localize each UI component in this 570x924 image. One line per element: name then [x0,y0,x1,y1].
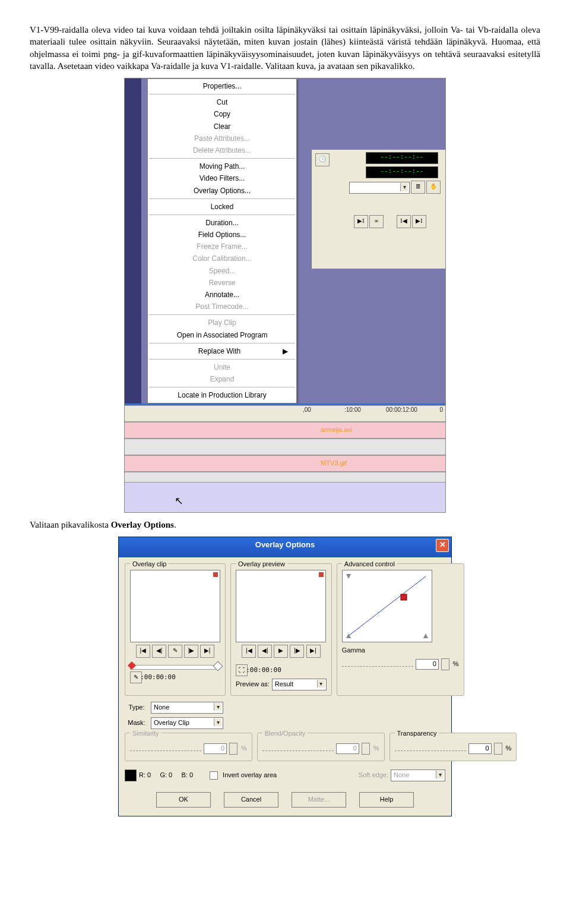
preview-as-label: Preview as: [236,680,270,689]
group-overlay-preview: Overlay preview |◀ ◀| ▶ |▶ ▶| 00:00:00:0… [230,563,332,696]
expand-preview-icon[interactable]: ⛶ [236,664,248,676]
ffwd-icon[interactable]: ▶| [200,645,214,658]
menu-reverse: Reverse [148,277,296,289]
overlay-options-dialog: Overlay Options ✕ Overlay clip |◀ ◀| ✎ |… [118,537,452,816]
overlay-preview-box [236,570,326,642]
dialog-title: Overlay Options [255,540,315,549]
overlay-clip-preview [130,570,220,642]
soft-edge-label: Soft edge: [359,771,388,780]
clock-icon: 🕓 [315,153,330,166]
preview-dropdown[interactable] [349,182,410,194]
percent-icon: % [453,660,459,668]
eyedropper-icon[interactable]: ✎ [168,645,182,658]
group-blend: Blend/Opacity 0 % [257,733,385,761]
transparency-slider[interactable] [395,746,466,751]
play-icon[interactable]: ▶I [354,215,368,228]
hand-icon[interactable]: ✋ [426,181,441,194]
paragraph-2: Valitaan pikavalikosta Overlay Options. [30,519,540,531]
screenshot-context-menu: Properties... Cut Copy Clear Paste Attri… [124,78,446,513]
rgb-readout: R: 0 G: 0 B: 0 [139,771,193,780]
rewind-icon[interactable]: |◀ [136,645,150,658]
loop-icon[interactable]: ∞ [369,215,384,228]
monitor-controls: 🕓 --:--:--:-- --:--:--:-- ≣ ✋ ▶I ∞ I◀ ▶I [311,150,445,269]
prev-fwd-icon[interactable]: |▶ [290,645,304,658]
similarity-spin [229,743,238,755]
prev-play-icon[interactable]: ▶ [274,645,288,658]
menu-freeze-frame: Freeze Frame... [148,241,296,253]
group-title-advanced: Advanced control [342,560,397,569]
menu-copy[interactable]: Copy [148,108,296,120]
type-label: Type: [125,703,148,712]
menu-cut[interactable]: Cut [148,96,296,108]
menu-annotate[interactable]: Annotate... [148,289,296,301]
advanced-curve-canvas[interactable] [342,570,432,642]
cancel-button[interactable]: Cancel [224,792,278,808]
timecode-readout-1: --:--:--:-- [366,152,438,164]
dialog-titlebar: Overlay Options ✕ [119,537,451,557]
track-v1[interactable]: MTV3.gif [125,455,445,472]
color-swatch[interactable] [125,770,137,781]
menu-replace-with[interactable]: Replace With▶ [148,345,296,357]
menu-speed: Speed... [148,265,296,277]
invert-label: Invert overlay area [223,771,277,780]
blend-slider [262,746,334,751]
gamma-value[interactable]: 0 [416,659,439,670]
submenu-arrow-icon: ▶ [283,346,288,356]
group-title-transparency: Transparency [395,729,439,738]
mask-combo[interactable]: Overlay Clip [151,717,223,729]
menu-overlay-options[interactable]: Overlay Options... [148,185,296,197]
menu-locked[interactable]: Locked [148,201,296,213]
list-icon[interactable]: ≣ [411,181,425,194]
menu-open-associated[interactable]: Open in Associated Program [148,329,296,341]
transparency-spin[interactable] [494,743,502,755]
menu-color-calibration: Color Calibration... [148,253,296,264]
group-title-blend: Blend/Opacity [262,729,308,738]
invert-checkbox[interactable] [210,771,218,780]
timeline-area: ,00 :10:00 00:00:12:00 0 armeija.avi MTV… [125,403,445,512]
mark-in-icon[interactable]: I◀ [397,215,411,228]
svg-marker-3 [346,633,351,638]
gamma-spin[interactable] [441,658,449,670]
group-similarity: Similarity 0 % [125,733,252,761]
gamma-slider[interactable] [342,661,413,667]
type-combo[interactable]: None [151,702,223,714]
timeline-ruler[interactable]: ,00 :10:00 00:00:12:00 0 [125,405,445,422]
track-tail [125,472,445,483]
ok-button[interactable]: OK [156,792,211,808]
group-advanced-control: Advanced control Gamma 0 [337,563,464,696]
cursor-arrow-icon: ↖ [175,494,183,508]
menu-duration[interactable]: Duration... [148,217,296,229]
transparency-value[interactable]: 0 [468,743,492,754]
track-spacer [125,439,445,455]
preview-as-combo[interactable]: Result [272,679,327,690]
help-button[interactable]: Help [359,792,414,808]
timecode-readout-2: --:--:--:-- [366,166,438,178]
menu-properties[interactable]: Properties... [148,80,296,92]
prev-ffwd-icon[interactable]: ▶| [306,645,321,658]
mask-label: Mask: [125,718,148,727]
matte-button: Matte... [292,792,346,808]
tool-icon[interactable]: ✎ [130,671,142,683]
blend-spin [362,743,370,755]
menu-unite: Unite [148,361,296,373]
menu-field-options[interactable]: Field Options... [148,229,296,241]
group-overlay-clip: Overlay clip |◀ ◀| ✎ |▶ ▶| 00:00:00:00 ⛶… [125,563,226,696]
prev-back-icon[interactable]: ◀| [258,645,272,658]
menu-post-timecode: Post Timecode... [148,301,296,313]
step-back-icon[interactable]: ◀| [152,645,166,658]
close-icon[interactable]: ✕ [436,539,449,552]
step-fwd-icon[interactable]: |▶ [184,645,198,658]
menu-expand: Expand [148,373,296,385]
gamma-label: Gamma [342,646,365,655]
clip-label-video: armeija.avi [321,425,352,434]
mark-out-icon[interactable]: ▶I [412,215,426,228]
menu-moving-path[interactable]: Moving Path... [148,160,296,172]
group-title-similarity: Similarity [130,729,162,738]
prev-rewind-icon[interactable]: |◀ [242,645,256,658]
menu-clear[interactable]: Clear [148,121,296,133]
menu-locate-library[interactable]: Locate in Production Library [148,389,296,401]
track-va[interactable]: armeija.avi [125,422,445,439]
svg-marker-4 [423,633,428,638]
menu-play-clip: Play Clip [148,317,296,329]
menu-video-filters[interactable]: Video Filters... [148,172,296,184]
